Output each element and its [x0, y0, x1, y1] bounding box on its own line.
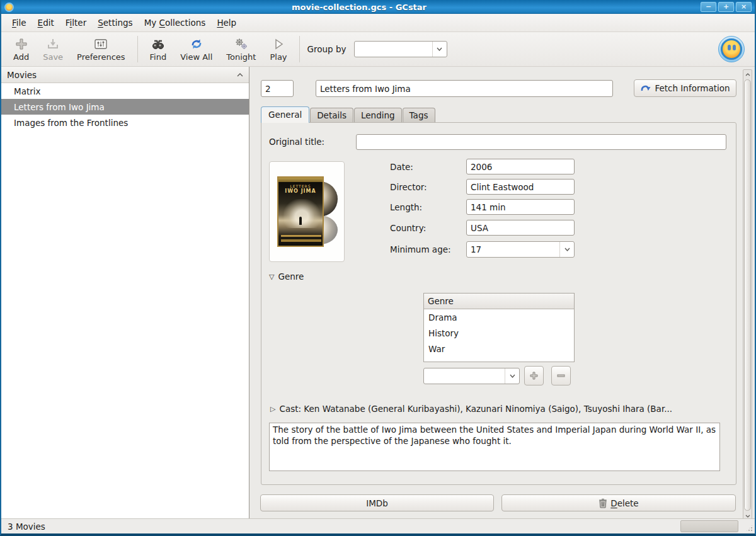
country-label: Country:: [390, 223, 426, 233]
genre-remove-button[interactable]: [551, 366, 571, 385]
gcstar-window: movie-collection.gcs - GCstar − + × File…: [0, 0, 756, 536]
original-title-field[interactable]: [356, 134, 726, 150]
plus-icon: [529, 371, 539, 380]
genre-add-button[interactable]: [524, 366, 544, 385]
app-icon: [4, 3, 14, 12]
group-by-combobox[interactable]: [354, 41, 447, 57]
genre-section-label: Genre: [278, 271, 304, 282]
detail-tabs: General Details Lending Tags: [261, 106, 436, 123]
minimize-button[interactable]: −: [701, 2, 716, 12]
detail-pane: Fetch Information General Details Lendin…: [249, 67, 755, 518]
scrollbar-thumb[interactable]: [744, 79, 751, 511]
genre-column-header[interactable]: Genre: [424, 294, 574, 309]
menu-edit[interactable]: Edit: [32, 14, 60, 31]
toolbar-separator: [299, 36, 300, 62]
toolbar: Add Save Preferences Find View All Tonig…: [1, 32, 755, 67]
scroll-up-icon[interactable]: [743, 70, 752, 79]
menu-filter[interactable]: Filter: [60, 14, 92, 31]
find-icon: [151, 37, 166, 52]
menu-my-collections[interactable]: My Collections: [139, 14, 212, 31]
genre-expander[interactable]: ▽ Genre: [269, 271, 304, 282]
imdb-button[interactable]: IMDb: [260, 494, 494, 511]
save-button[interactable]: Save: [36, 35, 70, 63]
tab-lending[interactable]: Lending: [354, 108, 402, 123]
minimum-age-combobox[interactable]: 17: [466, 241, 575, 258]
preferences-button[interactable]: Preferences: [70, 35, 132, 63]
sidebar-header[interactable]: Movies: [1, 67, 249, 83]
save-icon: [46, 37, 60, 52]
chevron-up-icon[interactable]: [237, 73, 243, 77]
minus-icon: [556, 371, 566, 380]
cast-expander[interactable]: ▷ Cast: Ken Watanabe (General Kuribayash…: [270, 404, 672, 414]
menu-help[interactable]: Help: [211, 14, 242, 31]
chevron-down-icon: [505, 368, 519, 384]
statusbar: 3 Movies: [1, 518, 755, 533]
chevron-down-icon: [559, 242, 574, 257]
movie-id-field[interactable]: [261, 80, 294, 97]
genre-add-combobox[interactable]: [423, 368, 520, 384]
statusbar-progress-area: [680, 520, 738, 532]
movie-list-sidebar: Movies Matrix Letters from Iwo Jima Imag…: [1, 67, 249, 518]
add-icon: [14, 37, 28, 52]
date-field[interactable]: [466, 159, 575, 174]
minimum-age-label: Minimum age:: [390, 244, 451, 254]
list-item-letters-from-iwo-jima[interactable]: Letters from Iwo Jima: [1, 99, 249, 115]
tonight-button[interactable]: Tonight: [219, 35, 263, 63]
table-row[interactable]: War: [424, 341, 574, 356]
menubar: File Edit Filter Settings My Collections…: [1, 14, 755, 32]
movie-poster: LETTERS IWO JIMA: [277, 176, 336, 247]
vertical-scrollbar[interactable]: [743, 69, 752, 521]
play-icon: [272, 37, 285, 52]
maximize-button[interactable]: +: [718, 2, 734, 12]
menu-file[interactable]: File: [6, 14, 32, 31]
toolbar-separator: [137, 36, 138, 62]
view-all-icon: [190, 37, 203, 52]
preferences-icon: [93, 37, 108, 52]
length-label: Length:: [390, 202, 422, 212]
expander-closed-icon: ▷: [270, 405, 275, 413]
table-row[interactable]: History: [424, 325, 574, 341]
titlebar[interactable]: movie-collection.gcs - GCstar − + ×: [1, 0, 755, 14]
general-tab-panel: Original title: LETTERS IWO JIMA: [261, 122, 736, 485]
length-field[interactable]: [466, 199, 575, 215]
list-item-matrix[interactable]: Matrix: [1, 83, 249, 99]
window-title: movie-collection.gcs - GCstar: [18, 3, 701, 12]
date-label: Date:: [390, 162, 413, 172]
menu-settings[interactable]: Settings: [92, 14, 138, 31]
poster-button[interactable]: LETTERS IWO JIMA: [269, 161, 345, 262]
resize-grip[interactable]: [745, 524, 753, 532]
sidebar-header-label: Movies: [7, 70, 37, 80]
tab-general[interactable]: General: [261, 106, 309, 123]
table-row[interactable]: Drama: [424, 309, 574, 325]
chevron-down-icon: [432, 42, 447, 57]
fetch-information-button[interactable]: Fetch Information: [634, 79, 736, 97]
genre-table: Genre Drama History War: [423, 293, 575, 362]
tab-details[interactable]: Details: [310, 108, 353, 123]
find-button[interactable]: Find: [143, 35, 174, 63]
delete-button[interactable]: Delete: [501, 494, 736, 511]
close-button[interactable]: ×: [736, 2, 752, 12]
view-all-button[interactable]: View All: [173, 35, 219, 63]
group-by-label: Group by: [307, 44, 346, 54]
play-button[interactable]: Play: [263, 35, 294, 63]
list-item-images-from-the-frontlines[interactable]: Images from the Frontlines: [1, 115, 249, 130]
movie-count: 3 Movies: [8, 522, 45, 532]
gcstar-logo: [718, 36, 745, 62]
director-field[interactable]: [466, 179, 575, 195]
cast-summary: Cast: Ken Watanabe (General Kuribayashi)…: [279, 404, 672, 414]
country-field[interactable]: [466, 220, 575, 236]
fetch-arrow-icon: [640, 83, 651, 93]
expander-open-icon: ▽: [269, 273, 274, 281]
tab-tags[interactable]: Tags: [403, 108, 435, 123]
add-button[interactable]: Add: [6, 35, 36, 63]
director-label: Director:: [390, 182, 427, 192]
trash-icon: [598, 498, 607, 508]
movie-title-field[interactable]: [316, 80, 613, 97]
synopsis-textarea[interactable]: The story of the battle of Iwo Jima betw…: [269, 423, 720, 471]
dvd-cover: LETTERS IWO JIMA: [277, 176, 324, 247]
tonight-icon: [234, 37, 249, 52]
original-title-label: Original title:: [269, 137, 324, 147]
